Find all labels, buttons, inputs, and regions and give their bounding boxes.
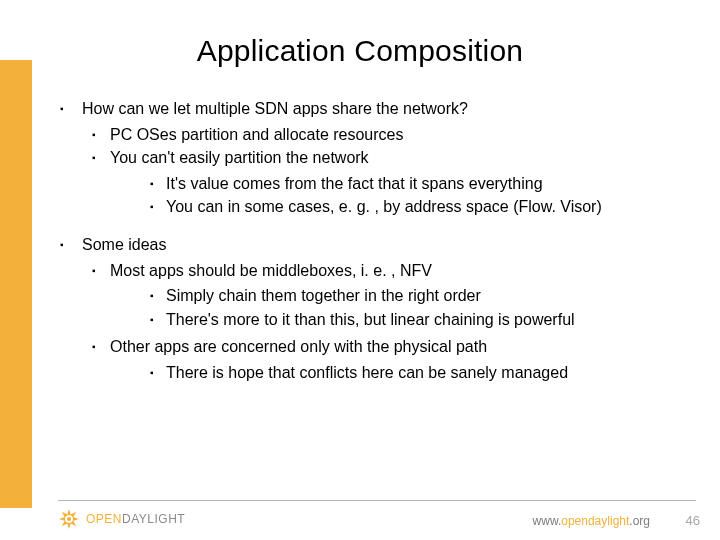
bullet-text: Some ideas <box>82 236 167 253</box>
sun-icon <box>58 508 80 530</box>
svg-point-0 <box>67 517 71 521</box>
bullet-text: It's value comes from the fact that it s… <box>166 175 543 192</box>
svg-marker-4 <box>70 520 77 527</box>
bullet-text: There is hope that conflicts here can be… <box>166 364 568 381</box>
svg-marker-7 <box>59 517 65 521</box>
bullet-lvl2: You can in some cases, e. g. , by addres… <box>110 196 696 218</box>
bullet-text: Other apps are concerned only with the p… <box>110 338 487 355</box>
footer: OPENDAYLIGHT www.opendaylight.org 46 <box>0 500 720 540</box>
svg-marker-6 <box>60 520 67 527</box>
bullet-text: There's more to it than this, but linear… <box>166 311 575 328</box>
bullet-text: PC OSes partition and allocate resources <box>110 126 403 143</box>
slide-content: How can we let multiple SDN apps share t… <box>58 98 696 400</box>
bullet-text: Simply chain them together in the right … <box>166 287 481 304</box>
logo-text: OPENDAYLIGHT <box>86 512 185 526</box>
bullet-lvl0: How can we let multiple SDN apps share t… <box>58 98 696 218</box>
bullet-lvl0: Some ideas Most apps should be middlebox… <box>58 234 696 384</box>
bullet-text: Most apps should be middleboxes, i. e. ,… <box>110 262 432 279</box>
logo-text-daylight: DAYLIGHT <box>122 512 185 526</box>
sidebar-accent <box>0 60 32 508</box>
bullet-lvl1: PC OSes partition and allocate resources <box>82 124 696 146</box>
bullet-text: You can't easily partition the network <box>110 149 369 166</box>
svg-marker-5 <box>67 523 71 529</box>
svg-marker-8 <box>60 510 67 517</box>
bullet-text: How can we let multiple SDN apps share t… <box>82 100 468 117</box>
bullet-lvl1: Most apps should be middleboxes, i. e. ,… <box>82 260 696 331</box>
bullet-lvl1: You can't easily partition the network I… <box>82 147 696 218</box>
bullet-lvl2: Simply chain them together in the right … <box>110 285 696 307</box>
footer-divider <box>58 500 696 501</box>
footer-url: www.opendaylight.org <box>533 514 650 528</box>
bullet-lvl2: There's more to it than this, but linear… <box>110 309 696 331</box>
bullet-text: You can in some cases, e. g. , by addres… <box>166 198 602 215</box>
url-suffix: .org <box>629 514 650 528</box>
logo-text-open: OPEN <box>86 512 122 526</box>
slide-title: Application Composition <box>0 34 720 68</box>
url-prefix: www. <box>533 514 562 528</box>
svg-marker-1 <box>67 509 71 515</box>
bullet-lvl3: There is hope that conflicts here can be… <box>110 362 696 384</box>
bullet-lvl1: Other apps are concerned only with the p… <box>82 336 696 383</box>
bullet-lvl2: It's value comes from the fact that it s… <box>110 173 696 195</box>
opendaylight-logo: OPENDAYLIGHT <box>58 508 185 530</box>
url-accent: opendaylight <box>561 514 629 528</box>
svg-marker-2 <box>70 510 77 517</box>
svg-marker-3 <box>73 517 79 521</box>
page-number: 46 <box>686 513 700 528</box>
